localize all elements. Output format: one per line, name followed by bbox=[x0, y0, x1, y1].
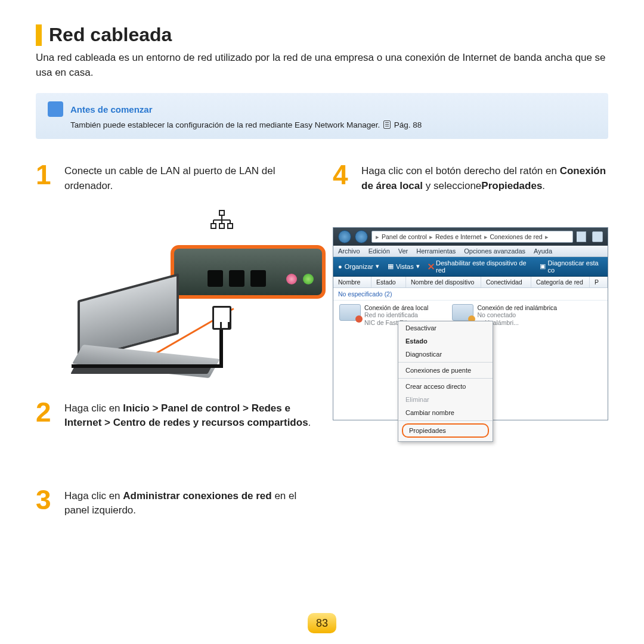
callout-body-text: También puede establecer la configuració… bbox=[70, 120, 382, 129]
forward-button[interactable] bbox=[355, 230, 368, 243]
breadcrumb-item[interactable]: Conexiones de red bbox=[490, 233, 543, 240]
lan-cable bbox=[72, 364, 223, 368]
cm-cambiar-nombre[interactable]: Cambiar nombre bbox=[398, 406, 493, 419]
menu-item[interactable]: Ver bbox=[398, 247, 408, 255]
step-3-pre: Haga clic en bbox=[64, 490, 123, 501]
callout-title: Antes de comenzar bbox=[70, 104, 153, 114]
window-titlebar: ▸ Panel de control ▸ Redes e Internet ▸ … bbox=[333, 228, 608, 246]
cm-puente[interactable]: Conexiones de puente bbox=[398, 364, 493, 377]
ports-zoom-panel bbox=[171, 245, 326, 299]
step-4-post: . bbox=[542, 180, 545, 191]
page-title-row: Red cableada bbox=[36, 24, 608, 46]
wifi-connection-icon bbox=[452, 304, 473, 321]
lan-port-icon bbox=[250, 270, 266, 287]
menu-item[interactable]: Edición bbox=[369, 247, 390, 255]
step-3-text: Haga clic en Administrar conexiones de r… bbox=[64, 488, 311, 518]
lan-conn-status: Red no identificada bbox=[364, 311, 428, 319]
cm-separator bbox=[398, 362, 493, 363]
menu-item[interactable]: Ayuda bbox=[534, 247, 552, 255]
step-4-mid: y seleccione bbox=[423, 180, 481, 191]
step-2-number: 2 bbox=[36, 400, 58, 431]
before-start-callout: Antes de comenzar También puede establec… bbox=[36, 93, 608, 139]
step-2-post: . bbox=[308, 417, 311, 428]
title-accent-bar bbox=[36, 24, 42, 46]
lan-connection-icon bbox=[339, 304, 361, 321]
wifi-conn-status: No conectado bbox=[477, 311, 557, 319]
lan-cable bbox=[219, 330, 223, 368]
page-ref-icon bbox=[383, 120, 391, 129]
column-headers: Nombre Estado Nombre del dispositivo Con… bbox=[333, 277, 608, 288]
step-2: 2 Haga clic en Inicio > Panel de control… bbox=[36, 400, 311, 431]
menu-item[interactable]: Herramientas bbox=[416, 247, 456, 255]
lan-port-icon bbox=[229, 270, 244, 287]
cm-diagnosticar[interactable]: Diagnosticar bbox=[398, 348, 493, 361]
toolbar: ● Organizar ▾ ▦ Vistas ▾ Deshabilitar es… bbox=[333, 257, 608, 277]
network-port-icon bbox=[210, 209, 234, 236]
laptop-lan-illustration bbox=[36, 209, 311, 382]
left-column: 1 Conecte un cable de LAN al puerto de L… bbox=[36, 163, 311, 534]
step-3-number: 3 bbox=[36, 488, 58, 518]
callout-icon bbox=[48, 101, 63, 117]
breadcrumb-item[interactable]: Panel de control bbox=[382, 233, 427, 240]
svg-rect-6 bbox=[211, 224, 216, 228]
network-connections-window: ▸ Panel de control ▸ Redes e Internet ▸ … bbox=[333, 227, 608, 420]
step-1-text: Conecte un cable de LAN al puerto de LAN… bbox=[64, 163, 311, 193]
step-4: 4 Haga clic con el botón derecho del rat… bbox=[333, 163, 608, 193]
back-button[interactable] bbox=[338, 230, 351, 243]
audio-jack-icon bbox=[303, 274, 314, 284]
step-4-text: Haga clic con el botón derecho del ratón… bbox=[361, 163, 608, 193]
step-1: 1 Conecte un cable de LAN al puerto de L… bbox=[36, 163, 311, 193]
page-number-badge: 83 bbox=[308, 613, 336, 633]
lan-conn-title: Conexión de área local bbox=[364, 304, 428, 312]
cm-desactivar[interactable]: Desactivar bbox=[398, 321, 493, 335]
rj45-plug-icon bbox=[212, 306, 231, 330]
menubar: Archivo Edición Ver Herramientas Opcione… bbox=[333, 246, 608, 257]
connections-area: Conexión de área local Red no identifica… bbox=[333, 301, 608, 420]
cm-separator bbox=[398, 378, 493, 379]
step-2-text: Haga clic en Inicio > Panel de control >… bbox=[64, 400, 311, 431]
address-dropdown-icon[interactable] bbox=[577, 231, 586, 242]
col-dispositivo[interactable]: Nombre del dispositivo bbox=[406, 277, 481, 287]
cm-acceso-directo[interactable]: Crear acceso directo bbox=[398, 380, 493, 393]
col-categoria[interactable]: Categoría de red bbox=[531, 277, 590, 287]
col-conectividad[interactable]: Conectividad bbox=[481, 277, 531, 287]
views-button[interactable]: ▦ Vistas ▾ bbox=[388, 262, 420, 270]
callout-header: Antes de comenzar bbox=[48, 101, 596, 117]
category-row[interactable]: No especificado (2) bbox=[333, 288, 608, 301]
col-extra[interactable]: P bbox=[590, 277, 608, 287]
cm-estado[interactable]: Estado bbox=[398, 335, 493, 348]
cm-eliminar: Eliminar bbox=[398, 393, 493, 406]
col-estado[interactable]: Estado bbox=[371, 277, 406, 287]
cm-propiedades[interactable]: Propiedades bbox=[402, 423, 489, 438]
breadcrumb-item[interactable]: Redes e Internet bbox=[435, 233, 482, 240]
right-column: 4 Haga clic con el botón derecho del rat… bbox=[333, 163, 608, 534]
diagnose-button[interactable]: ▣ Diagnosticar esta co bbox=[540, 259, 603, 274]
callout-body: También puede establecer la configuració… bbox=[48, 120, 596, 129]
step-4-bold2: Propiedades bbox=[481, 180, 542, 191]
cm-separator bbox=[398, 420, 493, 421]
context-menu: Desactivar Estado Diagnosticar Conexione… bbox=[398, 321, 493, 442]
step-1-number: 1 bbox=[36, 163, 58, 193]
organize-button[interactable]: ● Organizar ▾ bbox=[338, 262, 379, 270]
callout-page-ref: Pág. 88 bbox=[394, 120, 422, 129]
intro-text: Una red cableada es un entorno de red ut… bbox=[36, 51, 608, 80]
step-4-line1: Haga clic con el botón derecho del ratón… bbox=[361, 165, 557, 177]
svg-rect-7 bbox=[219, 224, 224, 228]
menu-item[interactable]: Opciones avanzadas bbox=[464, 247, 525, 255]
step-3: 3 Haga clic en Administrar conexiones de… bbox=[36, 488, 311, 518]
step-3-bold: Administrar conexiones de red bbox=[123, 490, 271, 501]
menu-item[interactable]: Archivo bbox=[338, 247, 360, 255]
page-title: Red cableada bbox=[49, 24, 172, 46]
lan-port-icon bbox=[208, 270, 223, 287]
wifi-conn-title: Conexión de red inalámbrica bbox=[477, 304, 557, 312]
refresh-button[interactable] bbox=[592, 231, 603, 242]
step-2-pre: Haga clic en bbox=[64, 402, 123, 414]
disable-device-button[interactable]: Deshabilitar este dispositivo de red bbox=[428, 259, 531, 274]
address-bar[interactable]: ▸ Panel de control ▸ Redes e Internet ▸ … bbox=[371, 231, 573, 243]
step-4-number: 4 bbox=[333, 163, 355, 193]
svg-rect-0 bbox=[219, 210, 224, 215]
svg-rect-8 bbox=[228, 224, 233, 228]
mic-jack-icon bbox=[286, 274, 297, 284]
col-nombre[interactable]: Nombre bbox=[333, 277, 371, 287]
